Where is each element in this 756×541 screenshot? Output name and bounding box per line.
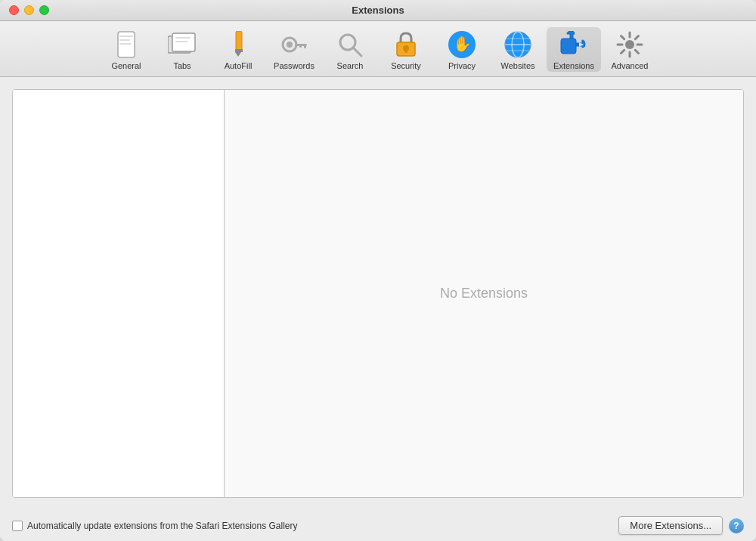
websites-label: Websites — [500, 61, 534, 70]
auto-update-checkbox-wrapper[interactable]: Automatically update extensions from the… — [12, 521, 298, 531]
close-button[interactable] — [9, 5, 19, 15]
window-title: Extensions — [352, 5, 404, 16]
search-icon — [336, 31, 364, 58]
safari-preferences-window: Extensions General — [0, 0, 756, 541]
svg-rect-14 — [304, 44, 306, 48]
security-icon — [393, 31, 419, 58]
traffic-lights — [9, 5, 49, 15]
toolbar-item-websites[interactable]: Websites — [491, 27, 545, 72]
minimize-button[interactable] — [24, 5, 34, 15]
websites-icon — [504, 31, 531, 58]
security-icon-area — [392, 30, 420, 59]
bottom-bar: Automatically update extensions from the… — [0, 510, 756, 541]
extensions-list-panel — [13, 90, 225, 497]
advanced-icon — [616, 31, 643, 58]
auto-update-checkbox[interactable] — [12, 521, 23, 531]
general-icon — [113, 31, 139, 58]
help-button[interactable]: ? — [729, 518, 744, 533]
privacy-label: Privacy — [448, 61, 476, 70]
toolbar-item-autofill[interactable]: AutoFill — [211, 27, 265, 72]
extensions-label: Extensions — [553, 61, 594, 70]
tabs-label: Tabs — [173, 61, 191, 70]
svg-rect-15 — [299, 44, 302, 48]
toolbar-item-extensions[interactable]: Extensions — [547, 27, 601, 72]
tabs-icon — [168, 32, 197, 57]
extensions-icon-area — [559, 30, 588, 59]
svg-marker-10 — [235, 52, 241, 57]
toolbar-item-privacy[interactable]: ✋ Privacy — [435, 27, 489, 72]
extensions-icon — [559, 31, 588, 58]
privacy-icon-area: ✋ — [448, 30, 476, 59]
svg-rect-7 — [175, 41, 187, 42]
tabs-icon-area — [168, 30, 197, 59]
no-extensions-text: No Extensions — [440, 286, 528, 301]
security-label: Security — [391, 61, 421, 70]
toolbar: General Tabs Au — [0, 21, 756, 77]
passwords-icon-area — [280, 30, 308, 59]
advanced-icon-area — [615, 30, 644, 59]
svg-rect-1 — [119, 36, 133, 37]
toolbar-item-security[interactable]: Security — [379, 27, 433, 72]
extensions-detail-panel: No Extensions — [225, 90, 743, 497]
svg-line-37 — [635, 36, 638, 39]
svg-rect-20 — [405, 49, 407, 53]
svg-point-30 — [625, 40, 634, 49]
bottom-left: Automatically update extensions from the… — [12, 521, 298, 531]
search-icon-area — [336, 30, 364, 59]
maximize-button[interactable] — [39, 5, 49, 15]
title-bar: Extensions — [0, 0, 756, 21]
svg-line-35 — [621, 36, 624, 39]
svg-line-36 — [635, 50, 638, 53]
advanced-label: Advanced — [612, 61, 649, 70]
svg-rect-2 — [119, 39, 130, 41]
toolbar-item-general[interactable]: General — [99, 27, 153, 72]
svg-rect-6 — [175, 37, 191, 39]
privacy-icon: ✋ — [448, 31, 476, 58]
svg-point-12 — [287, 42, 293, 48]
search-label: Search — [337, 61, 364, 70]
auto-update-label: Automatically update extensions from the… — [27, 521, 298, 531]
general-label: General — [111, 61, 141, 70]
svg-rect-9 — [235, 49, 243, 52]
toolbar-item-search[interactable]: Search — [323, 27, 377, 72]
websites-icon-area — [503, 30, 532, 59]
autofill-icon-area — [224, 30, 253, 59]
svg-line-17 — [353, 48, 361, 56]
toolbar-item-tabs[interactable]: Tabs — [155, 27, 209, 72]
more-extensions-button[interactable]: More Extensions... — [618, 516, 723, 535]
passwords-label: Passwords — [274, 61, 314, 70]
bottom-right: More Extensions... ? — [618, 516, 744, 535]
content-area: No Extensions — [0, 77, 756, 510]
svg-rect-29 — [561, 39, 576, 54]
passwords-icon — [280, 31, 308, 58]
svg-line-38 — [621, 50, 624, 53]
svg-text:✋: ✋ — [453, 35, 472, 53]
panels-container: No Extensions — [12, 89, 744, 498]
autofill-label: AutoFill — [225, 61, 253, 70]
general-icon-area — [112, 30, 141, 59]
toolbar-item-passwords[interactable]: Passwords — [267, 27, 321, 72]
svg-rect-3 — [119, 43, 132, 45]
svg-rect-8 — [236, 31, 242, 51]
autofill-icon — [227, 31, 249, 58]
toolbar-item-advanced[interactable]: Advanced — [603, 27, 657, 72]
